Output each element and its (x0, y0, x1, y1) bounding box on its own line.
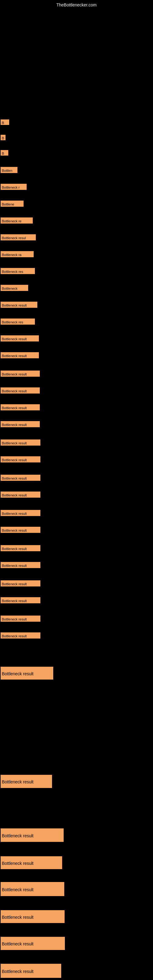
bottleneck-result-item: Bottleneck result (1, 964, 61, 978)
bottleneck-result-item: Bottleneck result (1, 302, 37, 308)
bottleneck-result-item: Bottleneck r (1, 184, 27, 190)
bottleneck-result-item: B (1, 119, 9, 125)
bottleneck-result-item: Bottleneck result (1, 492, 40, 498)
bottleneck-result-item: B (1, 150, 8, 156)
bottleneck-result-item: Bottleneck result (1, 562, 40, 568)
bottleneck-result-item: Bottleneck result (1, 387, 40, 393)
bottleneck-result-item: Bottlene (1, 200, 24, 207)
bottleneck-result-item: Bottleneck result (1, 882, 64, 896)
bottleneck-result-item: Bottleneck result (1, 510, 40, 516)
bottleneck-result-item: Bottleneck result (1, 937, 65, 950)
bottleneck-result-item: Bottleneck result (1, 404, 40, 410)
bottleneck-result-item: Bottleneck result (1, 856, 62, 869)
bottleneck-result-item: Bottleneck result (1, 775, 52, 788)
bottleneck-result-item: Bottlen (1, 167, 18, 173)
bottleneck-result-item: Bottleneck re (1, 218, 33, 224)
bottleneck-result-item: Bottleneck result (1, 597, 40, 603)
bottleneck-result-item: Bottleneck result (1, 829, 64, 842)
bottleneck-result-item: Bottleneck result (1, 545, 40, 551)
bottleneck-result-item: Bottleneck ra (1, 251, 33, 257)
bottleneck-result-item: Bottleneck (1, 285, 28, 291)
bottleneck-result-item: Bottleneck result (1, 667, 53, 679)
bottleneck-result-item: Bottleneck resul (1, 234, 36, 240)
bottleneck-result-item: Bottleneck result (1, 616, 40, 622)
bottleneck-result-item: Bottleneck result (1, 371, 40, 377)
bottleneck-result-item: Bottleneck result (1, 439, 40, 445)
site-title: TheBottlenecker.com (56, 2, 97, 7)
bottleneck-result-item: Bottleneck result (1, 456, 40, 463)
bottleneck-result-item: B (1, 135, 5, 140)
bottleneck-result-item: Bottleneck result (1, 527, 40, 533)
bottleneck-result-item: Bottleneck result (1, 421, 40, 427)
bottleneck-result-item: Bottleneck result (1, 352, 39, 358)
bottleneck-result-item: Bottleneck res (1, 318, 35, 325)
bottleneck-result-item: Bottleneck result (1, 910, 65, 923)
bottleneck-result-item: Bottleneck result (1, 580, 40, 587)
bottleneck-result-item: Bottleneck res (1, 268, 35, 274)
bottleneck-result-item: Bottleneck result (1, 632, 40, 638)
bottleneck-result-item: Bottleneck result (1, 475, 40, 481)
bottleneck-result-item: Bottleneck result (1, 335, 39, 342)
